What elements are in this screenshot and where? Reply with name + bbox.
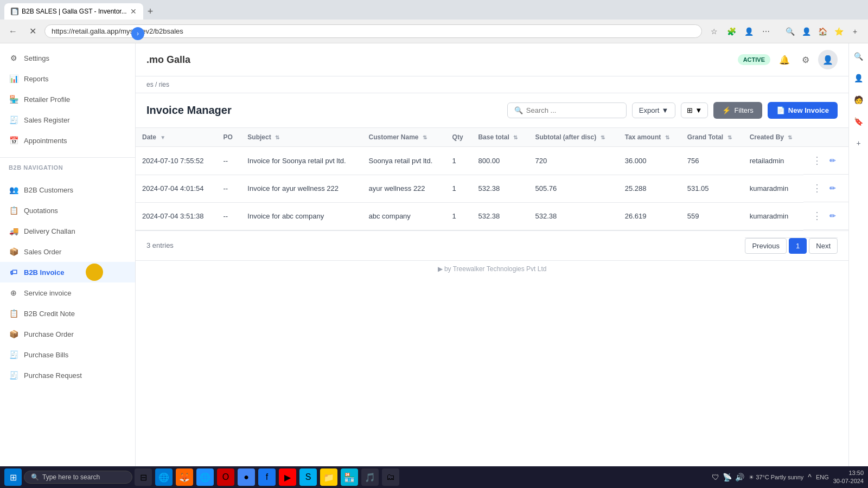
right-person-icon[interactable]: 🧑	[851, 92, 866, 107]
col-subtotal[interactable]: Subtotal (after disc) ⇅	[529, 128, 618, 147]
sort-icon-grand-total: ⇅	[727, 134, 732, 140]
pagination: Previous 1 Next	[745, 237, 838, 254]
cell-customer-1: Soonya retail pvt ltd.	[362, 147, 446, 175]
cell-qty-3: 1	[446, 202, 472, 230]
col-date[interactable]: Date ▼	[136, 128, 216, 147]
row-more-button-1[interactable]: ⋮	[810, 153, 824, 168]
search-input[interactable]	[526, 106, 613, 114]
invoice-manager-header: Invoice Manager 🔍 Export ▼ ⊞ ▼ ⚡ Filters	[136, 93, 848, 128]
filters-button[interactable]: ⚡ Filters	[713, 102, 762, 119]
taskbar-opera[interactable]: O	[217, 468, 234, 486]
sidebar-item-purchase-bills[interactable]: 🧾 Purchase Bills	[0, 344, 135, 365]
next-page-button[interactable]: Next	[809, 238, 838, 254]
taskbar-chrome[interactable]: ●	[238, 468, 255, 486]
b2b-section-label: B2B NAVIGATION	[0, 157, 135, 175]
notification-button[interactable]: 🔔	[776, 53, 793, 67]
taskbar-app-1[interactable]: 🎵	[361, 468, 379, 486]
bookmark-button[interactable]: ☆	[706, 24, 722, 39]
sidebar-item-retailer-profile[interactable]: 🏪 Retailer Profile	[0, 89, 135, 110]
quotations-icon: 📋	[9, 206, 18, 215]
taskbar-app-2[interactable]: 🗂	[382, 468, 399, 486]
col-po[interactable]: PO	[216, 128, 241, 147]
col-subject[interactable]: Subject ⇅	[241, 128, 362, 147]
taskbar-ie[interactable]: 🌐	[196, 468, 214, 486]
col-customer-name[interactable]: Customer Name ⇅	[362, 128, 446, 147]
sidebar-item-appointments[interactable]: 📅 Appointments	[0, 130, 135, 151]
purchase-request-icon: 🧾	[9, 370, 18, 380]
sidebar-item-label: Quotations	[24, 207, 58, 215]
right-search-icon[interactable]: 🔍	[851, 49, 866, 64]
previous-page-button[interactable]: Previous	[745, 238, 787, 254]
tray-network-icon[interactable]: 📡	[723, 473, 732, 481]
sidebar-icon-4[interactable]: +	[847, 24, 863, 39]
sidebar-item-service-invoice[interactable]: ⊕ Service invoice	[0, 282, 135, 303]
sidebar-item-settings[interactable]: ⚙ Settings	[0, 48, 135, 68]
export-button[interactable]: Export ▼	[632, 102, 675, 118]
page-1-button[interactable]: 1	[789, 238, 807, 254]
taskbar-youtube[interactable]: ▶	[279, 468, 296, 486]
weather-display: ☀ 37°C Partly sunny	[749, 474, 803, 481]
sidebar-item-b2b-credit-note[interactable]: 📋 B2B Credit Note	[0, 303, 135, 324]
profile-button[interactable]: 👤	[741, 24, 756, 39]
col-created-by[interactable]: Created By ⇅	[743, 128, 804, 147]
sidebar-item-sales-register[interactable]: 🧾 Sales Register	[0, 110, 135, 130]
tray-security-icon[interactable]: 🛡	[712, 473, 719, 481]
row-more-button-3[interactable]: ⋮	[810, 209, 824, 223]
cell-subject-1: Invoice for Soonya retail pvt ltd.	[241, 147, 362, 175]
new-tab-button[interactable]: +	[145, 6, 156, 17]
forward-button[interactable]: ✕	[25, 24, 40, 39]
sidebar-icon-3[interactable]: ⭐	[831, 24, 846, 39]
right-add-icon[interactable]: +	[851, 136, 866, 151]
extensions-button[interactable]: 🧩	[724, 24, 739, 39]
active-tab[interactable]: 📄 B2B SALES | Galla GST - Inventor... ✕	[4, 3, 143, 20]
sidebar-item-reports[interactable]: 📊 Reports	[0, 68, 135, 89]
cell-customer-3: abc company	[362, 202, 446, 230]
user-avatar[interactable]: 👤	[818, 50, 838, 69]
settings-button[interactable]: ⚙	[799, 53, 813, 67]
start-button[interactable]: ⊞	[4, 468, 22, 486]
taskbar-file-manager[interactable]: 📁	[320, 468, 337, 486]
taskbar-search[interactable]: 🔍 Type here to search	[24, 471, 132, 484]
taskbar-firefox[interactable]: 🦊	[176, 468, 193, 486]
cell-subtotal-3: 532.38	[529, 202, 618, 230]
sidebar-icon-1[interactable]: 👤	[799, 24, 814, 39]
sidebar-icon-2[interactable]: 🏠	[815, 24, 830, 39]
view-toggle-button[interactable]: ⊞ ▼	[681, 102, 708, 118]
col-base-total[interactable]: Base total ⇅	[471, 128, 528, 147]
sidebar-item-delivery-challan[interactable]: 🚚 Delivery Challan	[0, 221, 135, 241]
sidebar-item-quotations[interactable]: 📋 Quotations	[0, 200, 135, 221]
col-subject-label: Subject	[247, 133, 271, 141]
taskbar-facebook[interactable]: f	[258, 468, 276, 486]
tab-close-button[interactable]: ✕	[130, 7, 137, 16]
sidebar-item-b2b-invoice[interactable]: 🏷 B2B Invoice	[0, 262, 135, 282]
sort-icon-created-by: ⇅	[788, 134, 792, 140]
right-profile-icon[interactable]: 👤	[851, 70, 866, 86]
row-edit-button-1[interactable]: ✏	[827, 155, 838, 166]
sidebar-toggle[interactable]: 🔍	[782, 24, 797, 39]
new-invoice-button[interactable]: 📄 New Invoice	[768, 102, 838, 119]
cell-subject-2: Invoice for ayur wellness 222	[241, 175, 362, 202]
more-button[interactable]: ⋯	[758, 24, 774, 39]
col-tax-amount[interactable]: Tax amount ⇅	[618, 128, 681, 147]
language-display: ENG	[816, 474, 829, 480]
sidebar-item-purchase-request[interactable]: 🧾 Purchase Request	[0, 365, 135, 386]
sidebar-item-b2b-customers[interactable]: 👥 B2B Customers	[0, 179, 135, 200]
settings-icon: ⚙	[9, 53, 18, 63]
back-button[interactable]: ←	[5, 24, 21, 39]
row-edit-button-3[interactable]: ✏	[827, 210, 838, 221]
taskbar-task-view[interactable]: ⊟	[135, 468, 152, 486]
row-edit-button-2[interactable]: ✏	[827, 183, 838, 194]
tray-expand-icon[interactable]: ^	[808, 473, 812, 481]
sidebar-item-purchase-order[interactable]: 📦 Purchase Order	[0, 324, 135, 344]
sidebar-item-sales-order[interactable]: 📦 Sales Order	[0, 241, 135, 262]
taskbar-store[interactable]: 🏪	[341, 468, 358, 486]
col-grand-total[interactable]: Grand Total ⇅	[681, 128, 743, 147]
cell-created-by-1: retailadmin	[743, 147, 804, 175]
col-qty[interactable]: Qty	[446, 128, 472, 147]
taskbar-edge[interactable]: 🌐	[155, 468, 173, 486]
tray-volume-icon[interactable]: 🔊	[735, 473, 744, 481]
row-more-button-2[interactable]: ⋮	[810, 181, 824, 195]
time-display: 13:50 30-07-2024	[833, 469, 864, 486]
right-bookmark-icon[interactable]: 🔖	[851, 114, 866, 129]
taskbar-skype[interactable]: S	[299, 468, 317, 486]
